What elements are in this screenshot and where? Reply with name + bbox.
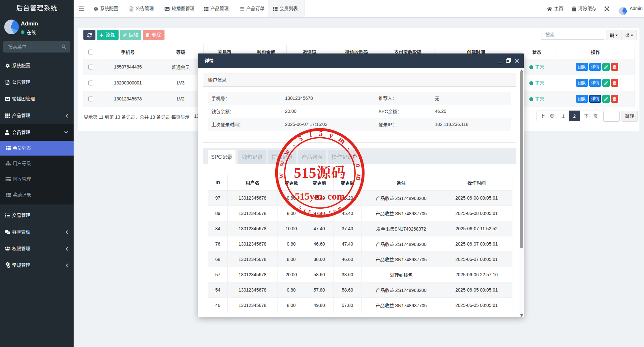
- svg-text:515源码: 515源码: [294, 165, 346, 181]
- svg-text:515ym. com: 515ym. com: [295, 191, 345, 202]
